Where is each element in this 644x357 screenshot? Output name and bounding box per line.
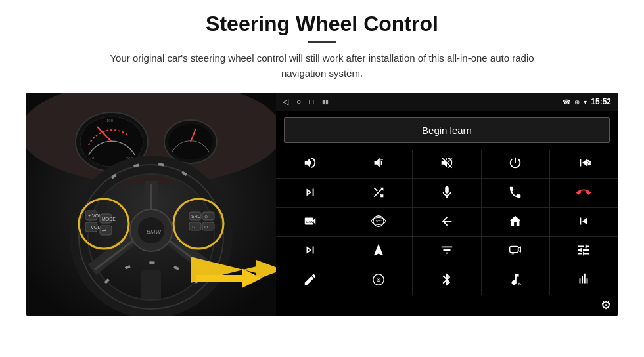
mic-icon xyxy=(440,185,454,201)
shuffle-icon xyxy=(371,185,386,201)
360-icon: 360° xyxy=(371,214,386,230)
vol-up-icon: + xyxy=(303,156,317,172)
page-title: Steering Wheel Control xyxy=(206,12,438,36)
ctrl-power[interactable] xyxy=(482,150,549,178)
svg-text:- VOL: - VOL xyxy=(88,225,100,230)
begin-learn-row: Begin learn xyxy=(276,111,618,150)
ctrl-vol-up[interactable]: + xyxy=(276,150,344,178)
svg-text:BMW: BMW xyxy=(147,228,162,235)
equalizer-sliders-icon xyxy=(576,243,591,259)
ctrl-edit[interactable] xyxy=(276,266,344,295)
content-row: 0 100 200 xyxy=(26,93,618,316)
svg-text:MODE: MODE xyxy=(102,217,116,221)
ctrl-dash-cam[interactable] xyxy=(482,237,549,265)
edit-icon xyxy=(303,272,317,289)
ctrl-vol-down[interactable]: − xyxy=(344,150,412,178)
ctrl-phone-call[interactable] xyxy=(482,178,549,207)
ctrl-skip-fwd[interactable] xyxy=(276,178,344,207)
dash-cam-icon xyxy=(508,243,522,259)
signal-icon: ▮▮ xyxy=(322,99,329,105)
eq-icon xyxy=(440,243,454,259)
bluetooth-icon xyxy=(440,272,454,289)
ctrl-back[interactable] xyxy=(413,208,480,236)
steering-wheel-image: 0 100 200 xyxy=(26,93,276,316)
svg-rect-53 xyxy=(512,253,515,255)
svg-point-56 xyxy=(377,278,379,280)
ctrl-eq[interactable] xyxy=(413,237,480,265)
ctrl-next-chapter[interactable] xyxy=(276,237,344,265)
ctrl-shuffle[interactable] xyxy=(344,178,412,207)
svg-text:⚙: ⚙ xyxy=(518,282,521,286)
location-icon: ⊕ xyxy=(574,98,580,106)
vol-mute-icon: × xyxy=(440,156,454,172)
music-icon: ⚙ xyxy=(508,272,522,289)
svg-text:+: + xyxy=(312,157,315,163)
svg-text:−: − xyxy=(380,157,384,163)
ctrl-spectrum[interactable] xyxy=(550,266,618,295)
prev-chapter-icon xyxy=(576,214,591,230)
ctrl-home[interactable] xyxy=(482,208,549,236)
settings-gear-icon[interactable]: ⚙ xyxy=(601,298,611,312)
android-screen: ◁ ○ □ ▮▮ ☎ ⊕ ▾ 15:52 Begin learn xyxy=(276,93,618,316)
ctrl-music[interactable]: ⚙ xyxy=(482,266,549,295)
phone-call-icon xyxy=(508,185,522,201)
subtitle: Your original car's steering wheel contr… xyxy=(92,51,552,81)
navigate-icon xyxy=(371,243,386,259)
hang-up-icon xyxy=(576,185,591,201)
svg-text:○: ○ xyxy=(192,224,195,230)
dvd-icon xyxy=(371,272,386,289)
next-chapter-icon xyxy=(303,243,317,259)
svg-rect-52 xyxy=(510,247,518,253)
skip-fwd-icon xyxy=(303,185,317,201)
home-icon xyxy=(508,214,522,230)
begin-learn-button[interactable]: Begin learn xyxy=(284,117,610,143)
ctrl-360[interactable]: 360° xyxy=(344,208,412,236)
ctrl-prev-chapter[interactable] xyxy=(550,208,618,236)
svg-text:100: 100 xyxy=(106,119,114,123)
clock: 15:52 xyxy=(591,97,611,106)
power-icon xyxy=(508,156,522,172)
ctrl-vol-mute[interactable]: × xyxy=(413,150,480,178)
svg-text:360°: 360° xyxy=(375,220,382,223)
back-icon xyxy=(440,214,454,230)
gear-row: ⚙ xyxy=(276,295,618,316)
back-nav-icon[interactable]: ◁ xyxy=(283,98,288,106)
cam-icon: CAM xyxy=(303,214,317,230)
svg-text:↩: ↩ xyxy=(102,228,106,234)
nav-bar: ◁ ○ □ ▮▮ xyxy=(283,98,329,106)
svg-text:CAM: CAM xyxy=(306,220,314,224)
ctrl-equalizer[interactable] xyxy=(550,237,618,265)
home-nav-icon[interactable]: ○ xyxy=(296,98,301,106)
page: Steering Wheel Control Your original car… xyxy=(0,0,644,357)
ctrl-dvd[interactable] xyxy=(344,266,412,295)
ctrl-prev-phone[interactable]: ☎ xyxy=(550,150,618,178)
prev-phone-icon: ☎ xyxy=(576,156,591,172)
recents-nav-icon[interactable]: □ xyxy=(309,98,313,106)
ctrl-navigate[interactable] xyxy=(344,237,412,265)
status-bar: ◁ ○ □ ▮▮ ☎ ⊕ ▾ 15:52 xyxy=(276,93,618,111)
svg-text:☎: ☎ xyxy=(587,160,591,166)
ctrl-cam[interactable]: CAM xyxy=(276,208,344,236)
svg-text:+ VOL: + VOL xyxy=(88,213,101,218)
svg-text:×: × xyxy=(449,157,453,163)
vol-down-icon: − xyxy=(371,156,386,172)
svg-rect-38 xyxy=(189,222,201,230)
spectrum-icon xyxy=(576,272,591,289)
ctrl-hang-up[interactable] xyxy=(550,178,618,207)
phone-status-icon: ☎ xyxy=(563,98,570,106)
control-grid: + − × xyxy=(276,150,618,295)
wifi-icon: ▾ xyxy=(584,98,587,106)
status-right: ☎ ⊕ ▾ 15:52 xyxy=(563,97,611,106)
ctrl-mic[interactable] xyxy=(413,178,480,207)
svg-text:SRC: SRC xyxy=(191,214,201,219)
title-divider xyxy=(308,41,336,43)
ctrl-bluetooth[interactable] xyxy=(413,266,480,295)
